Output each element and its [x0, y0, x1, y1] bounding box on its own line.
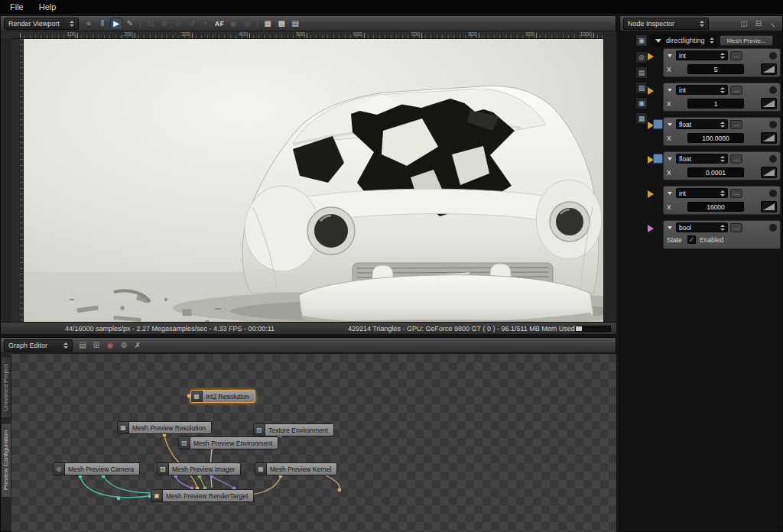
show-alpha-icon[interactable]: ▩	[275, 18, 288, 30]
param-value-field[interactable]: 1	[687, 99, 744, 109]
dropdown-arrows-icon	[70, 21, 74, 27]
param-value-field[interactable]: 0.0001	[687, 167, 744, 177]
material-ball-icon[interactable]: ◉	[104, 339, 116, 352]
param-value-field[interactable]: 5	[687, 64, 744, 74]
menu-item-file[interactable]: File	[3, 2, 31, 12]
selected-node-type-icon[interactable]: ▣	[635, 34, 648, 47]
node-name-dropdown[interactable]: directlighting	[651, 34, 716, 47]
pan-tool-icon[interactable]: ⊕	[158, 18, 171, 30]
graph-editor-selector-dropdown[interactable]: Graph Editor	[4, 339, 73, 352]
param-toggle-button[interactable]	[768, 120, 778, 129]
param-expander-icon[interactable]	[668, 192, 672, 195]
param-expander-icon[interactable]	[668, 123, 672, 126]
param-options-button[interactable]: ...	[730, 154, 742, 164]
param-slider-icon[interactable]	[761, 132, 777, 144]
param-type-dropdown[interactable]: int	[676, 50, 728, 60]
pause-render-icon[interactable]: Ⅱ	[96, 18, 109, 30]
zoom-tool-icon[interactable]: ⊙	[172, 18, 184, 30]
vertical-splitter[interactable]	[616, 15, 619, 532]
inspector-body: ▣ directlighting Mesh Previe... ◎▤▨▣▦ in…	[620, 31, 782, 531]
param-type-dropdown[interactable]: bool	[676, 222, 728, 232]
param-type-dropdown[interactable]: int	[676, 188, 728, 198]
param-options-button[interactable]: ...	[730, 223, 742, 232]
graph-node[interactable]: ▦Mesh Preview Resolution	[117, 421, 212, 434]
ruler-label: 300	[175, 31, 190, 37]
camera-motion-icon[interactable]: ◉	[227, 18, 239, 30]
graph-editor-title: Graph Editor	[8, 342, 47, 349]
param-checkbox[interactable]: ✓	[687, 235, 696, 244]
pick-material-icon[interactable]: ✎	[124, 18, 136, 30]
param-row: float...X0.0001	[646, 151, 781, 180]
node-type-button[interactable]: Mesh Previe...	[720, 35, 773, 46]
graph-node[interactable]: ▦Int2 Resolution	[190, 390, 255, 403]
show-render-icon[interactable]: ▦	[262, 18, 274, 30]
graph-node[interactable]: ▨Mesh Preview Environment	[178, 436, 278, 449]
param-expander-icon[interactable]	[668, 226, 672, 229]
param-toggle-button[interactable]	[768, 51, 778, 60]
param-node-chip-icon	[653, 119, 663, 129]
param-toggle-button[interactable]	[768, 223, 778, 232]
dropdown-arrows-icon	[720, 87, 725, 93]
param-slider-icon[interactable]	[761, 201, 777, 212]
delete-node-icon[interactable]: ✗	[132, 339, 144, 352]
region-render-icon[interactable]: ⊡	[145, 18, 157, 30]
param-options-button[interactable]: ...	[730, 51, 742, 60]
node-icon: ▣	[151, 490, 163, 501]
graph-node[interactable]: ▣Mesh Preview RenderTarget	[151, 489, 254, 502]
subsampling-icon[interactable]: ▤	[289, 18, 301, 30]
viewport-selector-dropdown[interactable]: Render Viewport	[4, 18, 79, 30]
inspector-selector-dropdown[interactable]: Node Inspector	[623, 18, 709, 30]
param-value-field[interactable]: 100.0000	[687, 133, 744, 143]
menu-item-help[interactable]: Help	[32, 2, 63, 12]
param-slider-icon[interactable]	[761, 167, 777, 178]
param-toggle-button[interactable]	[768, 86, 778, 95]
viewport-vertical-ruler	[11, 39, 24, 322]
graph-editor-panel: Graph Editor ▤⊞◉⊛✗ Unnamed ProjectPrevie…	[0, 337, 616, 532]
restart-render-icon[interactable]: «	[83, 18, 95, 30]
ruler-label: 900	[519, 31, 534, 37]
focus-pick-icon[interactable]: ⌖	[200, 18, 212, 30]
render-preview[interactable]	[24, 39, 603, 322]
graph-node[interactable]: ▨Mesh Preview Imager	[157, 462, 241, 475]
start-render-icon[interactable]: ▶	[110, 18, 122, 30]
graph-editor-header: Graph Editor ▤⊞◉⊛✗	[1, 338, 616, 353]
param-options-button[interactable]: ...	[730, 189, 742, 198]
ruler-label: 400	[232, 31, 248, 37]
side-tab[interactable]: Unnamed Project	[1, 356, 11, 419]
dropdown-arrows-icon	[700, 21, 704, 27]
param-slider-icon[interactable]	[761, 98, 777, 109]
param-expander-icon[interactable]	[668, 157, 672, 161]
graph-toolbar: ▤⊞◉⊛✗	[76, 339, 144, 352]
param-value-field[interactable]: 16000	[687, 202, 744, 212]
param-type-dropdown[interactable]: float	[676, 154, 728, 164]
param-type-dropdown[interactable]: float	[676, 119, 728, 129]
graph-node[interactable]: ◎Mesh Preview Camera	[53, 462, 140, 475]
graph-node[interactable]: ▦Mesh Preview Kernel	[255, 462, 337, 475]
new-window-icon[interactable]: ⊟	[752, 18, 765, 30]
dropdown-arrows-icon	[720, 190, 725, 196]
param-expander-icon[interactable]	[668, 54, 672, 57]
horizontal-splitter[interactable]	[0, 334, 616, 337]
param-options-button[interactable]: ...	[730, 86, 742, 95]
ruler-label: 800	[462, 31, 477, 37]
rotate-tool-icon[interactable]: ↺	[186, 18, 198, 30]
dock-panel-icon[interactable]: ◫	[738, 18, 750, 30]
param-type-dropdown[interactable]: int	[676, 85, 728, 95]
param-expander-icon[interactable]	[668, 89, 672, 92]
graph-node[interactable]: ▨Texture Environment	[253, 423, 334, 436]
param-panel: int...X16000	[663, 186, 781, 215]
save-graph-icon[interactable]: ⊞	[90, 339, 102, 352]
param-options-button[interactable]: ...	[730, 120, 742, 129]
param-slider-icon[interactable]	[761, 63, 777, 75]
memory-bar-fill	[576, 326, 583, 331]
environment-icon[interactable]: ◎	[241, 18, 253, 30]
param-toggle-button[interactable]	[768, 189, 778, 198]
group-nodes-icon[interactable]: ⊛	[118, 339, 130, 352]
side-tab[interactable]: Preview Configuration	[1, 423, 11, 498]
import-graph-icon[interactable]: ▤	[76, 339, 89, 352]
graph-canvas[interactable]: ▦Int2 Resolution▦Mesh Preview Resolution…	[11, 353, 617, 532]
param-type-label: bool	[679, 224, 691, 232]
expand-panel-icon[interactable]: ↔	[766, 16, 781, 31]
param-toggle-button[interactable]	[768, 154, 778, 164]
autofocus-button[interactable]: AF	[213, 18, 226, 30]
